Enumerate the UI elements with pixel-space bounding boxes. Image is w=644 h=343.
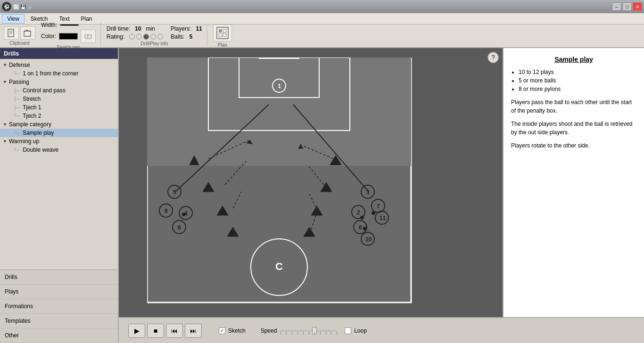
speed-label: Speed [261,327,277,334]
svg-text:1: 1 [278,82,281,90]
players-label: Players: [171,25,191,32]
svg-rect-4 [24,31,31,36]
loop-control: Loop [345,327,367,334]
sidebar-item-sample-play[interactable]: └─ Sample play [0,129,118,137]
menu-item-view[interactable]: View [2,14,25,24]
category-defense-label: Defense [9,62,30,68]
speed-slider[interactable] [281,327,337,335]
plan-button[interactable] [213,24,232,41]
sidebar-category-passing[interactable]: ▼ Passing [0,78,118,86]
sidebar: Drills ▼ Defense └─ 1 on 1 from the corn… [0,48,119,343]
rating-dot-2[interactable] [136,34,142,40]
width-swatch[interactable] [60,24,79,26]
info-para-2: The inside players shoot and the ball is… [511,120,636,137]
speed-control: Speed [261,327,338,335]
nav-templates[interactable]: Templates [0,314,118,328]
item-tjech2-label: Tjech 2 [23,113,41,119]
toolbar-drill-info: Drill time: 10 min Rating: [107,25,207,46]
color-swatch[interactable] [59,33,78,40]
field-canvas[interactable]: C 1 5 9 [119,48,503,317]
svg-text:6: 6 [359,224,362,231]
svg-point-67 [182,212,186,216]
sidebar-item-tjech2[interactable]: └─ Tjech 2 [0,112,118,120]
item-stretch-label: Stretch [23,96,41,102]
rating-dot-4[interactable] [150,34,156,40]
sidebar-item-tjech1[interactable]: ├─ Tjech 1 [0,103,118,112]
forward-button[interactable]: ⏭ [185,324,202,338]
drill-time-unit: min [146,25,155,32]
play-button[interactable]: ▶ [128,324,145,338]
stop-button[interactable]: ■ [147,324,164,338]
item-double-weave-label: Double weave [23,147,58,153]
bullet-3: 8 or more pylons [519,86,636,92]
sidebar-category-sample[interactable]: ▼ Sample category [0,120,118,129]
nav-plays[interactable]: Plays [0,285,118,299]
nav-other[interactable]: Other [0,328,118,343]
svg-point-68 [360,216,364,220]
svg-rect-11 [223,33,226,37]
svg-rect-8 [219,29,222,33]
sidebar-category-defense[interactable]: ▼ Defense [0,61,118,69]
sidebar-category-warming[interactable]: ▼ Warming up [0,137,118,146]
main-layout: Drills ▼ Defense └─ 1 on 1 from the corn… [0,48,644,343]
info-para-3: Players rotate to the other side. [511,141,636,150]
loop-label: Loop [354,327,367,334]
svg-text:10: 10 [365,236,372,243]
color-label: Color: [41,33,56,40]
sketch-checkbox[interactable] [219,327,225,334]
bullet-1: 10 to 12 plays [519,69,636,75]
svg-rect-5 [85,35,91,39]
svg-text:7: 7 [377,203,380,210]
drill-info-label: Drill/Play info [140,41,168,46]
balls-label: Balls: [171,33,184,40]
toolbar: Clipboard Width: Color: Sketch pen Drill… [0,24,644,48]
sidebar-title: Drills [0,48,118,59]
drill-time-label: Drill time: [107,25,130,32]
minimize-button[interactable]: – [612,2,621,11]
nav-formations[interactable]: Formations [0,299,118,314]
category-sample-label: Sample category [9,121,51,128]
rating-dot-3[interactable] [143,34,149,40]
rewind-button[interactable]: ⏮ [166,324,183,338]
width-label: Width: [41,22,57,28]
svg-point-70 [372,211,375,215]
clipboard-label: Clipboard [9,41,30,46]
eraser-button[interactable] [81,30,96,43]
bullet-2: 5 or more balls [519,77,636,84]
sidebar-item-double-weave[interactable]: └─ Double weave [0,146,118,154]
sidebar-tree: ▼ Defense └─ 1 on 1 from the corner ▼ Pa… [0,59,118,270]
open-button[interactable] [20,26,35,40]
sketch-control: Sketch [219,327,246,334]
sidebar-item-stretch[interactable]: ├─ Stretch [0,95,118,103]
new-button[interactable] [4,26,19,40]
title-bar: ⚽ ⬜ 💾 🖨 – □ ✕ [0,0,644,13]
sidebar-nav: Drills Plays Formations Templates Other [0,270,118,343]
rating-label: Rating: [107,33,124,40]
title-bar-controls[interactable]: – □ ✕ [612,2,642,11]
canvas-area: ? [119,48,503,317]
svg-rect-0 [8,29,14,37]
rating-dot-1[interactable] [129,34,135,40]
nav-drills[interactable]: Drills [0,270,118,285]
svg-rect-10 [219,33,222,37]
svg-text:C: C [275,261,283,272]
plan-label: Plan [218,42,227,48]
svg-text:9: 9 [165,208,168,214]
item-control-pass-label: Control and pass [23,87,66,94]
sidebar-item-control-pass[interactable]: ├─ Control and pass [0,86,118,95]
rating-dots[interactable] [129,34,163,40]
maximize-button[interactable]: □ [622,2,632,11]
svg-text:5: 5 [173,189,176,196]
bottom-bar: ▶ ■ ⏮ ⏭ Sketch Speed [119,317,644,343]
loop-checkbox[interactable] [345,327,351,334]
rating-dot-5[interactable] [157,34,163,40]
close-button[interactable]: ✕ [633,2,642,11]
info-panel: Sample play 10 to 12 plays 5 or more bal… [503,48,644,317]
playback-controls: ▶ ■ ⏮ ⏭ [128,324,202,338]
sidebar-item-1on1[interactable]: └─ 1 on 1 from the corner [0,69,118,78]
category-passing-label: Passing [9,79,29,85]
balls-value: 5 [189,33,192,40]
item-tjech1-label: Tjech 1 [23,104,41,111]
svg-text:8: 8 [178,224,181,231]
svg-text:2: 2 [357,209,360,216]
